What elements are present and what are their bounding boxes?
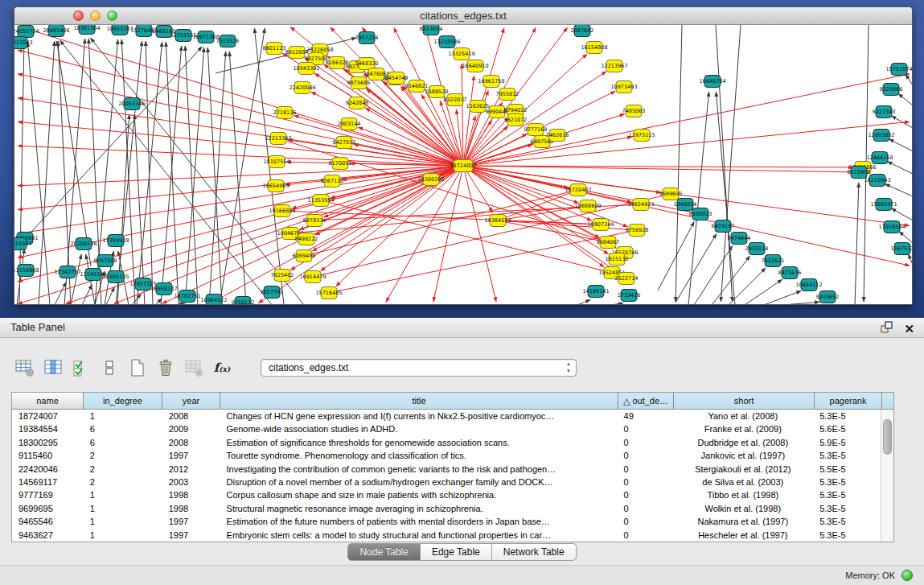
cell: 9115460 [12, 449, 84, 462]
window-titlebar[interactable]: citations_edges.txt [14, 7, 912, 25]
cell: 0 [618, 488, 673, 501]
cell: 1 [84, 502, 162, 515]
trash-icon[interactable] [155, 357, 176, 378]
function-icon[interactable]: f(x) [211, 357, 232, 378]
combo-stepper-icon: ▲▼ [566, 360, 571, 375]
node-label: 6099489 [293, 253, 316, 259]
node-label: 10653287 [106, 26, 133, 32]
node-label: 13218586 [433, 39, 460, 45]
table-row[interactable]: 969969511998Structural magnetic resonanc… [12, 502, 881, 515]
table-row[interactable]: 2242004622012Investigating the contribut… [12, 463, 881, 476]
cell: 1997 [162, 515, 220, 528]
float-panel-icon[interactable] [880, 320, 894, 338]
node-label: 2803144 [338, 121, 361, 127]
node-label: 19654965 [262, 183, 289, 189]
column-header-title[interactable]: title [220, 393, 618, 409]
stacked-squares-icon[interactable] [99, 357, 120, 378]
table-row[interactable]: 946362711997Embryonic stem cells: a mode… [12, 529, 881, 542]
cell: Hescheler et al. (1997) [672, 529, 813, 542]
node-label: 10984522 [200, 297, 227, 303]
column-header-in_degree[interactable]: in_degree [84, 393, 162, 409]
cell: 2 [84, 476, 162, 488]
table-row[interactable]: 1938455462009Genome-wide association stu… [12, 422, 881, 435]
table-row[interactable]: 1456911722003Disruption of a novel membe… [12, 476, 881, 488]
table-row[interactable]: 977716911998Corpus callosum shape and si… [12, 488, 881, 501]
node-label: 11156868 [14, 267, 39, 274]
cell: Genome-wide association studies in ADHD. [220, 422, 618, 435]
network-canvas[interactable]: 1872400786011238912954232260589827509818… [14, 25, 913, 305]
table-panel-header: Table Panel ✕ [0, 318, 924, 338]
citation-network-graph[interactable]: 1872400786011238912954232260589827509818… [14, 25, 913, 305]
table-selector[interactable]: citations_edges.txt ▲▼ [261, 359, 577, 377]
node-label: 12093832 [868, 132, 894, 138]
column-header-short[interactable]: short [674, 393, 815, 409]
tab-node-table[interactable]: Node Table [347, 543, 421, 561]
tab-edge-table[interactable]: Edge Table [421, 543, 492, 561]
node-label: 16914479 [299, 274, 326, 280]
cell: 5.3E-5 [813, 502, 881, 515]
minimize-window-button[interactable] [90, 10, 101, 21]
delete-table-icon[interactable] [183, 357, 204, 378]
network-view-window[interactable]: citations_edges.txt 18724007860112389129… [14, 6, 913, 305]
cell: 2008 [162, 436, 220, 449]
node-label: 2718126 [273, 109, 297, 116]
node-label: 2522714 [615, 275, 639, 282]
node-label: 9474444 [728, 235, 751, 241]
application-desktop: citations_edges.txt 18724007860112389129… [0, 0, 924, 318]
close-panel-icon[interactable]: ✕ [904, 322, 914, 336]
table-row[interactable]: 911546021997Tourette syndrome. Phenomeno… [12, 449, 881, 462]
node-label: 17016504 [878, 224, 905, 230]
node-label: 16782751 [174, 293, 200, 299]
node-label: 10543392 [293, 65, 319, 72]
table-settings-icon[interactable] [14, 357, 35, 378]
node-label: 15720407 [565, 187, 591, 193]
table-row[interactable]: 946554611997Estimation of the future num… [12, 515, 881, 528]
column-header-year[interactable]: year [162, 393, 220, 409]
node-label: 9227343 [873, 109, 896, 115]
cell: 49 [618, 410, 673, 422]
node-label: 9827509 [305, 56, 328, 62]
cell: 0 [618, 463, 673, 476]
tab-network-table[interactable]: Network Table [492, 543, 577, 561]
table-row[interactable]: 1872400712008Changes of HCN gene express… [12, 410, 881, 422]
cell: 0 [618, 449, 673, 462]
cell: Nakamura et al. (1997) [672, 515, 813, 528]
cell: 5.3E-5 [813, 449, 881, 462]
vertical-scrollbar[interactable] [881, 410, 893, 542]
node-label: 12444158 [866, 154, 893, 161]
cell: 0 [618, 515, 673, 528]
column-header-name[interactable]: name [12, 393, 84, 409]
node-label: 10688609 [574, 203, 601, 209]
node-label: 16961758 [478, 78, 504, 84]
checklist-icon[interactable] [71, 357, 92, 378]
node-label: 9777169 [524, 126, 548, 133]
node-label: 9875685 [347, 80, 371, 86]
show-column-icon[interactable] [43, 357, 64, 378]
column-header-pagerank[interactable]: pagerank [815, 393, 882, 409]
table-row[interactable]: 1830029562008Estimation of significance … [12, 436, 881, 449]
table-panel: Table Panel ✕ f(x) c [0, 318, 924, 585]
node-label: 7632621 [762, 257, 785, 264]
node-label: 8322037 [444, 97, 467, 103]
column-header-out_de[interactable]: △ out_de… [618, 393, 674, 409]
node-label: 8498222 [295, 236, 318, 242]
close-window-button[interactable] [73, 10, 84, 21]
cell: 2009 [162, 422, 220, 435]
scrollbar-thumb[interactable] [883, 419, 892, 455]
node-label: 9699695 [659, 191, 683, 197]
panel-title: Table Panel [0, 318, 65, 337]
node-label: 18724007 [450, 163, 476, 169]
new-document-icon[interactable] [127, 357, 148, 378]
node-label: 16210643 [864, 177, 890, 183]
memory-status-label: Memory: OK [845, 571, 895, 580]
node-label: 19654923 [627, 201, 654, 208]
table-header-row: namein_degreeyeartitle△ out_de…shortpage… [12, 393, 893, 410]
zoom-window-button[interactable] [107, 10, 117, 21]
node-label: 12213363 [265, 135, 291, 142]
node-label: 16640910 [462, 63, 488, 69]
cell: 6 [84, 436, 162, 449]
cell: 0 [618, 529, 673, 542]
node-label: 18300295 [417, 176, 444, 183]
node-label: 2087682 [571, 27, 594, 34]
cell: 5.3E-5 [813, 410, 881, 422]
